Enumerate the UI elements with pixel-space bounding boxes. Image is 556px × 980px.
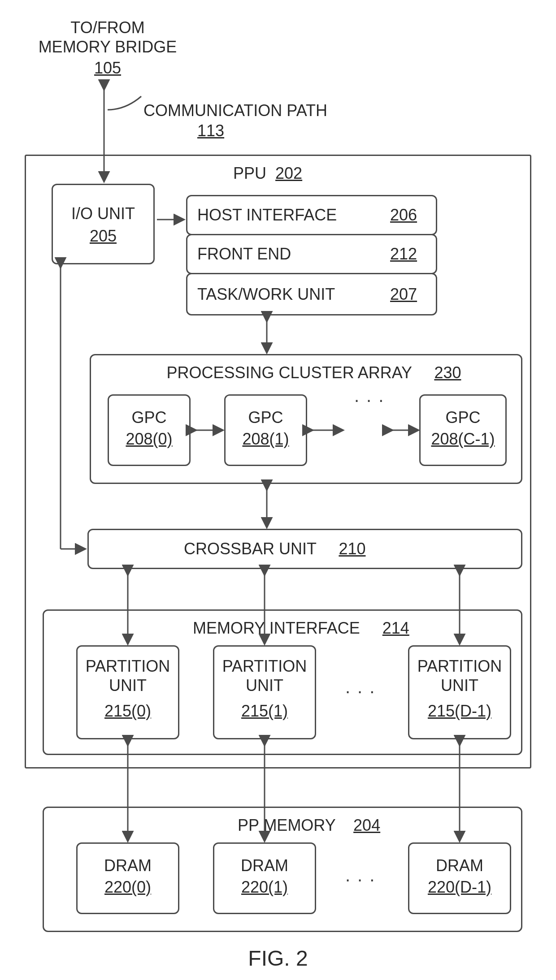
io-unit-box [52,184,155,264]
host-interface-num: 206 [390,205,417,224]
dram-1-label: DRAM [213,856,316,875]
dram-ellipsis: ··· [345,869,382,889]
dram-1-num: 220(1) [213,877,316,897]
dram-d-num: 220(D-1) [408,877,511,897]
partition-unit-0-num: 215(0) [76,701,179,721]
figure-label: FIG. 2 [0,945,556,971]
partition-unit-1-num: 215(1) [213,701,316,721]
task-work-unit-num: 207 [390,285,417,304]
task-work-unit-label: TASK/WORK UNIT [197,285,335,304]
gpc-1-num: 208(1) [224,429,307,449]
communication-path-label: COMMUNICATION PATH [143,101,332,120]
diagram-canvas: TO/FROM MEMORY BRIDGE 105 COMMUNICATION … [0,0,556,980]
host-interface-label: HOST INTERFACE [197,205,337,224]
gpc-0-num: 208(0) [108,429,191,449]
io-unit-label: I/O UNIT [52,204,155,223]
crossbar-unit-label: CROSSBAR UNIT 210 [184,539,365,558]
dram-0-num: 220(0) [76,877,179,897]
ppu-title: PPU 202 [233,164,302,183]
front-end-num: 212 [390,244,417,263]
processing-cluster-array-label: PROCESSING CLUSTER ARRAY 230 [157,363,471,382]
partition-unit-1-label: PARTITION UNIT [213,656,316,695]
gpc-c-label: GPC [419,408,507,427]
communication-path-num: 113 [143,121,386,140]
gpc-0-label: GPC [108,408,191,427]
dram-d-label: DRAM [408,856,511,875]
io-unit-num: 205 [52,226,155,246]
gpc-c-num: 208(C-1) [419,429,507,449]
partition-unit-d-num: 215(D-1) [408,701,511,721]
dram-0-label: DRAM [76,856,179,875]
tofrom-memory-bridge-label: TO/FROM MEMORY BRIDGE [36,18,179,56]
partition-ellipsis: ··· [345,681,382,701]
commpath-leader [108,96,146,119]
tofrom-memory-bridge-num: 105 [36,58,179,78]
gpc-ellipsis: ··· [354,390,391,410]
partition-unit-0-label: PARTITION UNIT [76,656,179,695]
partition-unit-d-label: PARTITION UNIT [408,656,511,695]
front-end-label: FRONT END [197,244,291,263]
memory-interface-label: MEMORY INTERFACE 214 [193,618,409,638]
pp-memory-label: PP MEMORY 204 [238,816,380,835]
gpc-1-label: GPC [224,408,307,427]
